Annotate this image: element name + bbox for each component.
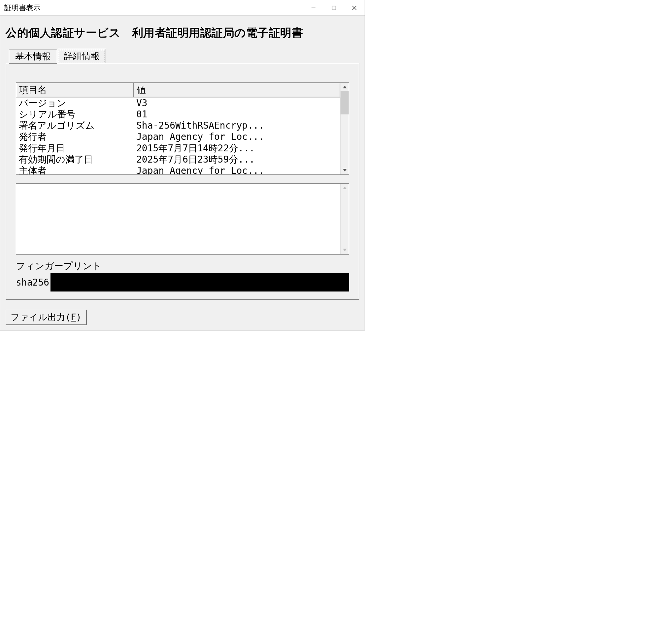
cell-name: 有効期間の満了日 (16, 154, 134, 165)
tab-row: 基本情報 詳細情報 (9, 48, 359, 63)
file-output-button[interactable]: ファイル出力(F) (6, 309, 86, 325)
list-row[interactable]: バージョン V3 (16, 98, 340, 109)
window-controls (303, 0, 365, 15)
cell-name: 署名アルゴリズム (16, 120, 134, 131)
fingerprint-label: フィンガープリント (16, 260, 349, 272)
window-title: 証明書表示 (4, 3, 41, 13)
scroll-track[interactable] (341, 114, 349, 166)
svg-marker-6 (343, 187, 347, 189)
cell-name: バージョン (16, 98, 134, 109)
fingerprint-value-redacted (50, 273, 349, 292)
cell-value: 2025年7月6日23時59分... (134, 154, 340, 165)
svg-marker-7 (343, 249, 347, 251)
scroll-down-icon[interactable] (341, 166, 349, 175)
column-header-name[interactable]: 項目名 (16, 83, 134, 97)
svg-marker-4 (343, 86, 347, 88)
tab-basic-info[interactable]: 基本情報 (9, 49, 57, 64)
cell-value: Japan Agency for Loc... (134, 165, 340, 175)
file-output-label-prefix: ファイル出力( (10, 312, 71, 322)
tab-detail-info[interactable]: 詳細情報 (58, 49, 106, 63)
page-title: 公的個人認証サービス 利用者証明用認証局の電子証明書 (6, 25, 359, 41)
list-row[interactable]: シリアル番号 01 (16, 109, 340, 120)
list-row[interactable]: 発行年月日 2015年7月7日14時22分... (16, 143, 340, 154)
scroll-up-icon[interactable] (341, 184, 349, 192)
list-scrollbar[interactable] (340, 83, 349, 175)
cell-name: 発行年月日 (16, 143, 134, 154)
detail-text (16, 184, 340, 254)
certificate-window: 証明書表示 公的個人認証サービス 利用者証明用認証局の電子証明書 基本情報 詳細… (0, 0, 365, 330)
maximize-button (324, 0, 344, 15)
svg-marker-5 (343, 169, 347, 171)
column-header-value[interactable]: 値 (134, 83, 340, 97)
cell-value: Sha-256WithRSAEncryp... (134, 120, 340, 131)
fingerprint-algo: sha256 (16, 277, 49, 288)
list-header: 項目名 値 (16, 83, 340, 98)
list-row[interactable]: 発行者 Japan Agency for Loc... (16, 131, 340, 142)
scroll-track[interactable] (341, 192, 349, 246)
cell-name: シリアル番号 (16, 109, 134, 120)
cell-value: 01 (134, 109, 340, 120)
cell-value: 2015年7月7日14時22分... (134, 143, 340, 154)
detail-textbox[interactable] (16, 183, 349, 255)
scroll-thumb[interactable] (341, 91, 349, 114)
list-row[interactable]: 有効期間の満了日 2025年7月6日23時59分... (16, 154, 340, 165)
cell-value: Japan Agency for Loc... (134, 131, 340, 142)
tab-panel: 項目名 値 バージョン V3 シリアル番号 01 署名アルゴリ (6, 63, 359, 300)
list-rows: バージョン V3 シリアル番号 01 署名アルゴリズム Sha-256WithR… (16, 98, 340, 175)
titlebar: 証明書表示 (0, 0, 365, 16)
properties-listview[interactable]: 項目名 値 バージョン V3 シリアル番号 01 署名アルゴリ (16, 83, 349, 175)
file-output-access-key: F (71, 312, 76, 322)
fingerprint-section: フィンガープリント sha256 (16, 260, 349, 292)
close-button[interactable] (344, 0, 365, 15)
cell-name: 主体者 (16, 165, 134, 175)
file-output-label-suffix: ) (76, 312, 82, 322)
minimize-button[interactable] (303, 0, 324, 15)
list-row[interactable]: 署名アルゴリズム Sha-256WithRSAEncryp... (16, 120, 340, 131)
scroll-up-icon[interactable] (341, 83, 349, 91)
bottom-bar: ファイル出力(F) (0, 306, 365, 330)
svg-rect-1 (332, 6, 336, 9)
detail-scrollbar[interactable] (340, 184, 349, 254)
list-row[interactable]: 主体者 Japan Agency for Loc... (16, 165, 340, 175)
content-area: 公的個人認証サービス 利用者証明用認証局の電子証明書 基本情報 詳細情報 項目名… (0, 16, 365, 306)
cell-value: V3 (134, 98, 340, 109)
cell-name: 発行者 (16, 131, 134, 142)
scroll-down-icon[interactable] (341, 246, 349, 254)
